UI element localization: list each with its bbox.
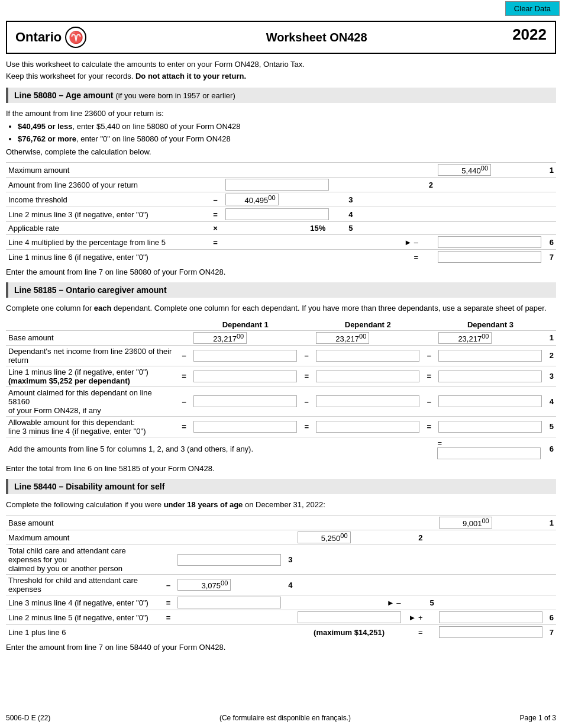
caregiver-row4-op3: – xyxy=(422,386,436,416)
caregiver-row-5: Allowable amount for this dependant:line… xyxy=(6,416,556,437)
form-title: Worksheet ON428 xyxy=(86,31,547,44)
disability-row6-input2[interactable] xyxy=(439,611,542,623)
age-row5-value: 15% xyxy=(223,222,332,235)
disability-row5-arrow: ► – xyxy=(295,595,403,610)
age-row1-label: Maximum amount xyxy=(6,163,208,178)
caregiver-dep3-row3[interactable] xyxy=(438,371,542,382)
age-bottom-text: Enter the amount from line 7 on line 580… xyxy=(6,268,556,276)
disability-row5-input1[interactable] xyxy=(177,597,281,608)
age-row7-input[interactable] xyxy=(438,251,541,263)
caregiver-row-1: Base amount 23,21700 23,21700 23,21700 1 xyxy=(6,330,556,345)
age-row6-label: Line 4 multiplied by the percentage from… xyxy=(6,235,208,250)
age-row1-value: 5,44000 xyxy=(438,164,491,176)
caregiver-row6-eq: = xyxy=(436,437,544,460)
caregiver-dep2-row2[interactable] xyxy=(316,350,419,362)
age-row2-linenum: 2 xyxy=(421,178,435,192)
disability-row-5: Line 3 minus line 4 (if negative, enter … xyxy=(6,595,556,610)
caregiver-dep1-base: 23,21700 xyxy=(193,332,247,344)
caregiver-row-6: Add the amounts from line 5 for columns … xyxy=(6,437,556,460)
disability-row3-linenum: 3 xyxy=(283,545,295,575)
disability-row1-value: 9,00100 xyxy=(439,517,492,529)
ontario-text: Ontario xyxy=(15,30,62,45)
ontario-logo: Ontario ♈ xyxy=(15,27,86,48)
age-row6-op: = xyxy=(208,235,222,250)
disability-row-1: Base amount 9,00100 1 xyxy=(6,516,556,530)
disability-row3-input[interactable] xyxy=(177,554,281,566)
caregiver-row6-input[interactable] xyxy=(437,447,541,459)
dep1-header: Dependant 1 xyxy=(191,319,299,331)
caregiver-row1-label: Base amount xyxy=(6,330,177,345)
disability-row-3: Total child care and attendant care expe… xyxy=(6,545,556,575)
age-row-3: Income threshold – 40,49500 3 xyxy=(6,192,556,207)
age-bullet1: $40,495 or less, enter $5,440 on line 58… xyxy=(18,121,556,133)
trillium-icon: ♈ xyxy=(65,27,86,48)
caregiver-table: Dependant 1 Dependant 2 Dependant 3 Base… xyxy=(6,319,556,460)
disability-row7-max: (maximum $14,251) xyxy=(295,625,403,640)
caregiver-row-3: Line 1 minus line 2 (if negative, enter … xyxy=(6,366,556,386)
caregiver-dep2-row3[interactable] xyxy=(316,371,419,382)
age-row1-linenum: 1 xyxy=(544,163,556,178)
caregiver-row-2: Dependant's net income from line 23600 o… xyxy=(6,345,556,366)
disability-row6-arrow: ► + xyxy=(403,610,425,625)
intro-line2: Keep this worksheet for your records. Do… xyxy=(6,70,556,82)
age-section-intro: If the amount from line 23600 of your re… xyxy=(6,108,556,157)
caregiver-row3-op3: = xyxy=(422,366,436,386)
caregiver-row3-op2: = xyxy=(299,366,314,386)
disability-row6-input1[interactable] xyxy=(298,611,401,623)
disability-row1-label: Base amount xyxy=(6,516,162,530)
caregiver-dep3-row2[interactable] xyxy=(438,350,542,362)
caregiver-dep1-row2[interactable] xyxy=(193,350,297,362)
top-bar: Clear Data xyxy=(0,0,562,17)
caregiver-row4-op2: – xyxy=(299,386,314,416)
dep2-header: Dependant 2 xyxy=(314,319,422,331)
age-row6-arrow: ► – xyxy=(356,235,421,250)
disability-row1-linenum: 1 xyxy=(545,516,556,530)
age-row-6: Line 4 multiplied by the percentage from… xyxy=(6,235,556,250)
disability-row7-label: Line 1 plus line 6 xyxy=(6,625,162,640)
disability-row7-input[interactable] xyxy=(439,626,542,638)
footer-page-info: Page 1 of 3 xyxy=(520,714,556,722)
section-caregiver-header: Line 58185 – Ontario caregiver amount xyxy=(6,282,556,298)
age-row5-linenum: 5 xyxy=(331,222,355,235)
disability-row5-label: Line 3 minus line 4 (if negative, enter … xyxy=(6,595,162,610)
age-row2-label: Amount from line 23600 of your return xyxy=(6,178,208,192)
footer-form-id: 5006-D E (22) xyxy=(6,714,50,722)
caregiver-row5-op1: = xyxy=(177,416,191,437)
disability-row4-value: 3,07500 xyxy=(177,579,231,591)
intro-text: Use this worksheet to calculate the amou… xyxy=(6,59,556,82)
disability-row7-linenum: 7 xyxy=(545,625,556,640)
age-row-7: Line 1 minus line 6 (if negative, enter … xyxy=(6,250,556,265)
disability-row5-op: = xyxy=(162,595,176,610)
caregiver-dep3-base: 23,21700 xyxy=(438,332,492,344)
age-row6-input[interactable] xyxy=(438,236,541,248)
age-row2-input[interactable] xyxy=(225,179,329,191)
clear-data-button[interactable]: Clear Data xyxy=(505,1,560,16)
age-row4-input[interactable] xyxy=(225,208,329,220)
disability-row-2: Maximum amount 5,25000 2 xyxy=(6,530,556,545)
caregiver-dep2-row5[interactable] xyxy=(316,421,419,433)
caregiver-row4-linenum: 4 xyxy=(544,386,556,416)
dep3-header: Dependant 3 xyxy=(436,319,544,331)
disability-row2-value: 5,25000 xyxy=(298,531,351,543)
caregiver-dep2-row4[interactable] xyxy=(316,395,419,407)
caregiver-dep3-row4[interactable] xyxy=(438,395,542,407)
caregiver-dep3-row5[interactable] xyxy=(438,421,542,433)
caregiver-dep1-row3[interactable] xyxy=(193,371,297,382)
disability-row6-linenum: 6 xyxy=(545,610,556,625)
age-row3-value: 40,49500 xyxy=(225,194,279,205)
caregiver-row-4: Amount claimed for this dependant on lin… xyxy=(6,386,556,416)
disability-row7-eq: = xyxy=(403,625,425,640)
disability-row3-label: Total child care and attendant care expe… xyxy=(6,545,162,575)
disability-row5-linenum: 5 xyxy=(425,595,436,610)
caregiver-dep1-row4[interactable] xyxy=(193,395,297,407)
age-row-1: Maximum amount 5,44000 1 xyxy=(6,163,556,178)
age-row-2: Amount from line 23600 of your return 2 xyxy=(6,178,556,192)
disability-row6-op: = xyxy=(162,610,176,625)
caregiver-row6-linenum: 6 xyxy=(544,437,556,460)
section-disability-header: Line 58440 – Disability amount for self xyxy=(6,479,556,494)
caregiver-dep-headers: Dependant 1 Dependant 2 Dependant 3 xyxy=(6,319,556,331)
intro-line1: Use this worksheet to calculate the amou… xyxy=(6,59,556,70)
caregiver-row5-op3: = xyxy=(422,416,436,437)
caregiver-dep1-row5[interactable] xyxy=(193,421,297,433)
age-row7-linenum: 7 xyxy=(544,250,556,265)
